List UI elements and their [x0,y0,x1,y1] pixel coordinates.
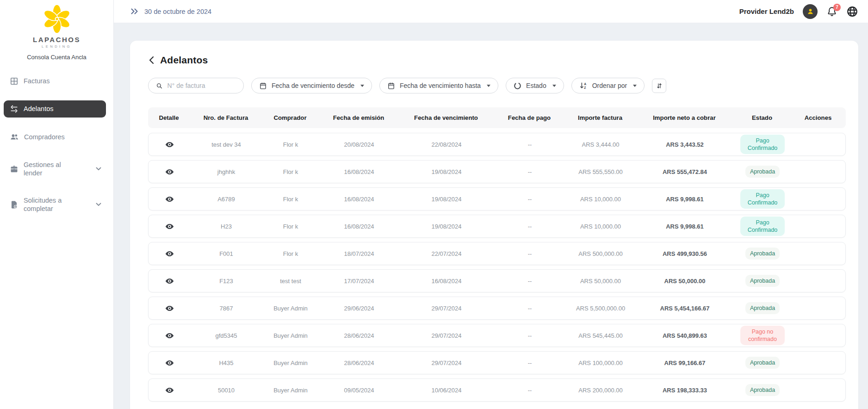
view-detail-button[interactable] [164,193,175,205]
view-detail-button[interactable] [164,248,175,260]
swap-horizontal-icon [10,105,19,113]
cell-issued: 16/08/2024 [319,196,399,203]
caret-down-icon [360,85,364,87]
svg-text:A: A [584,82,586,86]
chevron-left-icon [149,56,154,64]
eye-icon [165,222,174,231]
cell-net: ARS 9,998.61 [635,196,734,203]
cell-buyer: Flor k [262,223,319,230]
cell-due: 29/07/2024 [399,305,494,312]
view-detail-button[interactable] [164,221,175,232]
view-detail-button[interactable] [164,384,175,396]
cell-buyer: test test [262,278,319,285]
cell-amount: ARS 50,000.00 [566,278,635,285]
col-nro-factura: Nro. de Factura [190,114,262,121]
sidebar-item-compradores[interactable]: Compradores [4,128,106,146]
filter-estado[interactable]: Estado [506,78,564,93]
cell-buyer: Buyer Admin [262,332,319,339]
notification-badge: 7 [833,4,841,11]
briefcase-icon [10,165,19,174]
col-fecha-emision: Fecha de emisión [318,114,399,121]
col-importe-neto: Importe neto a cobrar [635,114,734,121]
calendar-icon [259,82,267,90]
sidebar-item-gestiones[interactable]: Gestiones al lender [4,156,106,181]
invoice-search[interactable] [148,78,244,93]
cell-paid: -- [494,168,566,175]
view-detail-button[interactable] [164,303,175,314]
status-badge: Aprobada [745,384,780,396]
cell-net: ARS 3,443.52 [635,141,734,148]
cell-net: ARS 99,166.67 [635,359,734,366]
cell-net: ARS 198,333.33 [635,387,734,394]
col-estado: Estado [734,114,790,121]
brand-tagline: LENDING [0,44,113,49]
sidebar-item-solicitudes[interactable]: Solicitudes a completar [4,192,106,217]
person-icon [806,7,814,15]
status-badge: Pago no confirmado [740,326,785,346]
cell-amount: ARS 3,444.00 [566,141,635,148]
cell-due: 10/06/2024 [399,387,494,394]
view-detail-button[interactable] [164,357,175,369]
sidebar-expand-button[interactable] [130,8,138,15]
cell-issued: 09/05/2024 [319,387,399,394]
swap-vertical-icon [656,82,663,89]
filter-ordenar[interactable]: A Z Ordenar por [571,78,645,93]
sort-direction-button[interactable] [652,79,666,93]
caret-down-icon [633,85,637,87]
cell-due: 16/08/2024 [399,278,494,285]
status-badge: Pago Confirmado [740,217,785,236]
cell-paid: -- [494,141,566,148]
filter-date-from[interactable]: Fecha de vencimiento desde [251,78,372,93]
cell-net: ARS 5,454,166.67 [635,305,734,312]
cell-amount: ARS 10,000.00 [566,196,635,203]
brand-name: LAPACHOS [0,36,113,43]
cell-invoice: 7867 [190,305,262,312]
table-row: jhghhk Flor k 16/08/2024 19/08/2024 -- A… [148,160,846,183]
cell-paid: -- [494,305,566,312]
view-detail-button[interactable] [164,166,175,178]
caret-down-icon [552,85,556,87]
table-row: test dev 34 Flor k 20/08/2024 22/08/2024… [148,133,846,156]
view-detail-button[interactable] [164,275,175,287]
cell-due: 19/08/2024 [399,168,494,175]
cell-paid: -- [494,223,566,230]
cell-buyer: Flor k [262,168,319,175]
view-detail-button[interactable] [164,330,175,341]
sidebar-item-adelantos[interactable]: Adelantos [4,100,106,118]
col-acciones: Acciones [790,114,846,121]
cell-due: 29/07/2024 [399,332,494,339]
cell-issued: 16/08/2024 [319,168,399,175]
topbar: 30 de octubre de 2024 Provider Lend2b 7 [114,0,868,23]
cell-paid: -- [494,278,566,285]
search-input[interactable] [167,82,236,89]
view-detail-button[interactable] [164,139,175,150]
sidebar-item-facturas[interactable]: Facturas [4,73,106,90]
svg-text:Z: Z [584,86,586,89]
sidebar-item-label: Adelantos [24,105,54,113]
cell-invoice: A6789 [190,196,262,203]
col-detalle: Detalle [148,114,190,121]
cell-buyer: Buyer Admin [262,305,319,312]
adelantos-table: Detalle Nro. de Factura Comprador Fecha … [148,107,846,402]
user-avatar[interactable] [803,4,818,19]
cell-invoice: test dev 34 [190,141,262,148]
cell-issued: 28/06/2024 [319,359,399,366]
notifications-button[interactable]: 7 [826,6,837,17]
globe-icon [846,6,858,18]
cell-paid: -- [494,196,566,203]
sidebar-nav: Facturas Adelantos Compradores [0,73,113,217]
cell-net: ARS 50,000.00 [635,278,734,285]
cell-buyer: Flor k [262,250,319,257]
cell-buyer: Flor k [262,196,319,203]
cell-net: ARS 499,930.56 [635,250,734,257]
cell-issued: 16/08/2024 [319,223,399,230]
cell-paid: -- [494,359,566,366]
table-row: gfd5345 Buyer Admin 28/06/2024 29/07/202… [148,324,846,347]
filter-date-to[interactable]: Fecha de vencimiento hasta [379,78,498,93]
cell-amount: ARS 500,000.00 [566,250,635,257]
back-button[interactable] [148,55,155,65]
cell-due: 19/08/2024 [399,223,494,230]
table-row: H23 Flor k 16/08/2024 19/08/2024 -- ARS … [148,215,846,238]
table-header: Detalle Nro. de Factura Comprador Fecha … [148,107,846,128]
language-button[interactable] [846,6,858,18]
